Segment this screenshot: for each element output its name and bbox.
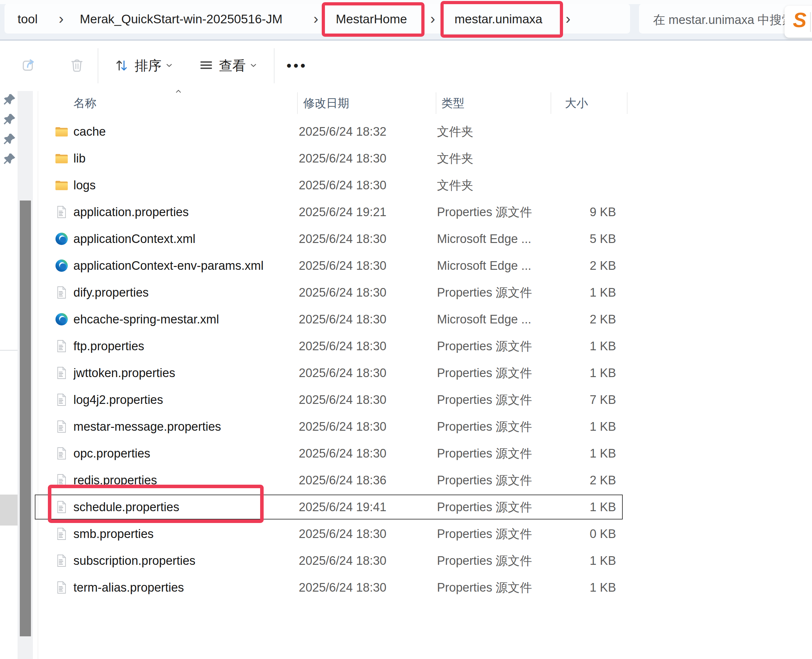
file-size: 1 KB — [540, 554, 618, 568]
file-name: dify.properties — [73, 286, 299, 300]
file-row[interactable]: ftp.properties 2025/6/24 18:30 Propertie… — [34, 333, 624, 359]
file-date-modified: 2025/6/24 18:30 — [299, 393, 437, 407]
sort-button[interactable]: 排序 — [113, 57, 174, 75]
file-type: Microsoft Edge ... — [437, 259, 540, 273]
file-name: application.properties — [73, 205, 299, 219]
breadcrumb-separator-icon: › — [566, 10, 570, 27]
file-type: Properties 源文件 — [437, 419, 540, 435]
column-divider[interactable] — [297, 92, 298, 114]
pin-icon[interactable] — [3, 112, 17, 128]
file-row[interactable]: application.properties 2025/6/24 19:21 P… — [34, 199, 624, 225]
file-row[interactable]: applicationContext-env-params.xml 2025/6… — [34, 252, 624, 279]
share-button[interactable] — [20, 57, 38, 75]
file-type: Properties 源文件 — [437, 204, 540, 220]
file-date-modified: 2025/6/24 18:30 — [299, 420, 437, 434]
file-name: mestar-message.properties — [73, 420, 299, 434]
file-type: Microsoft Edge ... — [437, 232, 540, 246]
toolbar: 排序 查看 ••• — [0, 41, 812, 91]
file-type: Properties 源文件 — [437, 284, 540, 301]
file-row[interactable]: dify.properties 2025/6/24 18:30 Properti… — [34, 279, 624, 306]
text-icon — [54, 366, 69, 380]
file-row[interactable]: term-alias.properties 2025/6/24 18:30 Pr… — [34, 574, 624, 601]
breadcrumb-item-mestarhome[interactable]: MestarHome — [336, 12, 407, 26]
breadcrumb-separator-icon: › — [313, 10, 318, 27]
sogou-icon: S — [793, 8, 807, 32]
sort-icon — [113, 57, 130, 75]
text-icon — [54, 285, 69, 300]
file-row[interactable]: schedule.properties 2025/6/24 19:41 Prop… — [34, 493, 624, 520]
address-bar: › tool › Merak_QuickStart-win-20250516-J… — [0, 0, 812, 39]
file-explorer-window: › tool › Merak_QuickStart-win-20250516-J… — [0, 0, 812, 659]
trash-icon — [68, 57, 85, 75]
file-type: Properties 源文件 — [437, 553, 540, 569]
file-row[interactable]: redis.properties 2025/6/24 18:36 Propert… — [34, 467, 624, 493]
scrollbar-thumb[interactable] — [20, 200, 31, 636]
column-header-size[interactable]: 大小 — [565, 95, 588, 111]
column-divider[interactable] — [551, 92, 551, 114]
edge-icon — [54, 232, 69, 246]
column-header-date[interactable]: 修改日期 — [303, 95, 349, 111]
file-date-modified: 2025/6/24 18:30 — [299, 366, 437, 380]
file-date-modified: 2025/6/24 18:30 — [299, 259, 437, 273]
file-row[interactable]: subscription.properties 2025/6/24 18:30 … — [34, 547, 624, 574]
file-row[interactable]: mestar-message.properties 2025/6/24 18:3… — [34, 413, 624, 440]
file-row[interactable]: cache 2025/6/24 18:32 文件夹 — [34, 118, 624, 145]
breadcrumb-item-mestar-unimaxa[interactable]: mestar.unimaxa — [455, 12, 542, 26]
file-name: cache — [73, 125, 299, 139]
file-name: schedule.properties — [73, 500, 299, 514]
file-name: smb.properties — [73, 527, 299, 541]
file-name: lib — [73, 152, 299, 166]
pin-icon[interactable] — [3, 152, 17, 167]
chevron-down-icon — [249, 61, 258, 71]
file-row[interactable]: smb.properties 2025/6/24 18:30 Propertie… — [34, 520, 624, 547]
file-date-modified: 2025/6/24 19:41 — [299, 500, 437, 514]
text-icon — [54, 393, 69, 407]
file-name: opc.properties — [73, 447, 299, 460]
file-size: 1 KB — [540, 500, 618, 514]
file-name: redis.properties — [73, 473, 299, 487]
file-name: logs — [73, 178, 299, 192]
file-row[interactable]: lib 2025/6/24 18:30 文件夹 — [34, 145, 624, 172]
file-size: 0 KB — [540, 527, 618, 541]
chevron-down-icon — [165, 61, 174, 71]
breadcrumb-item-merak-quickstart[interactable]: Merak_QuickStart-win-20250516-JM — [80, 12, 282, 26]
text-icon — [54, 205, 69, 219]
pin-icon[interactable] — [3, 132, 17, 148]
file-type: Properties 源文件 — [437, 526, 540, 542]
breadcrumb-item-tool[interactable]: tool — [17, 12, 38, 26]
pin-icon[interactable] — [3, 93, 17, 108]
file-type: Microsoft Edge ... — [437, 312, 540, 326]
text-icon — [54, 527, 69, 541]
file-row[interactable]: logs 2025/6/24 18:30 文件夹 — [34, 172, 624, 199]
file-size: 1 KB — [540, 420, 618, 434]
text-icon — [54, 419, 69, 434]
file-row[interactable]: applicationContext.xml 2025/6/24 18:30 M… — [34, 225, 624, 252]
sort-button-label: 排序 — [135, 57, 162, 75]
file-date-modified: 2025/6/24 18:30 — [299, 178, 437, 192]
file-date-modified: 2025/6/24 18:30 — [299, 286, 437, 300]
column-divider[interactable] — [436, 92, 436, 114]
file-type: Properties 源文件 — [437, 445, 540, 462]
file-date-modified: 2025/6/24 18:30 — [299, 554, 437, 568]
more-options-button[interactable]: ••• — [286, 58, 307, 73]
view-button[interactable]: 查看 — [198, 57, 258, 75]
file-row[interactable]: ehcache-spring-mestar.xml 2025/6/24 18:3… — [34, 306, 624, 333]
chevron-fragment-icon: › — [0, 13, 0, 27]
file-date-modified: 2025/6/24 19:21 — [299, 205, 437, 219]
file-row[interactable]: opc.properties 2025/6/24 18:30 Propertie… — [34, 440, 624, 467]
column-divider[interactable] — [627, 92, 628, 114]
column-header-name[interactable]: 名称 — [73, 95, 96, 111]
file-size: 9 KB — [540, 205, 618, 219]
column-header-type[interactable]: 类型 — [441, 95, 464, 111]
file-date-modified: 2025/6/24 18:30 — [299, 581, 437, 594]
folder-icon — [54, 151, 69, 166]
file-date-modified: 2025/6/24 18:30 — [299, 232, 437, 246]
file-type: 文件夹 — [437, 124, 540, 140]
ime-indicator[interactable]: S — [785, 6, 812, 38]
file-row[interactable]: log4j2.properties 2025/6/24 18:30 Proper… — [34, 386, 624, 413]
file-date-modified: 2025/6/24 18:36 — [299, 473, 437, 487]
file-row[interactable]: jwttoken.properties 2025/6/24 18:30 Prop… — [34, 359, 624, 386]
folder-icon — [54, 124, 69, 139]
file-type: Properties 源文件 — [437, 580, 540, 596]
delete-button[interactable] — [68, 57, 85, 75]
